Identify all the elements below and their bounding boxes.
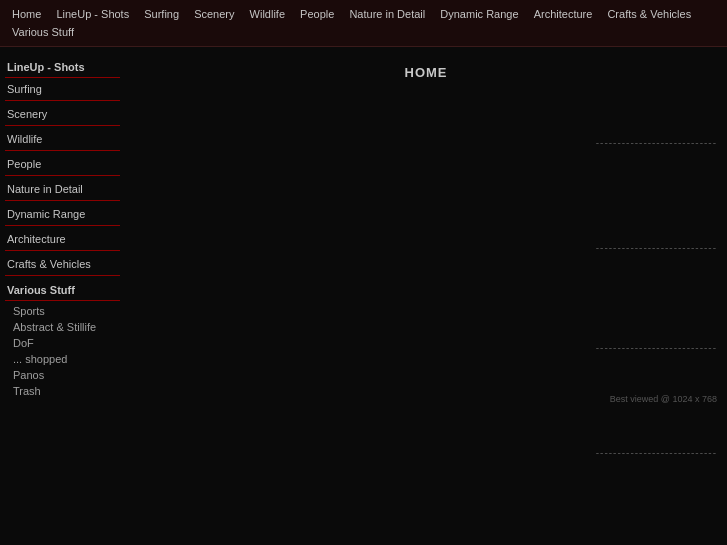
nav-sep-7 bbox=[431, 6, 434, 22]
nav-surfing[interactable]: Surfing bbox=[140, 6, 183, 22]
nav-sep-4 bbox=[241, 6, 244, 22]
nav-sep-5 bbox=[291, 6, 294, 22]
sidebar-divider-dynamic bbox=[5, 225, 120, 226]
sidebar-divider-crafts bbox=[5, 275, 120, 276]
nav-home[interactable]: Home bbox=[8, 6, 45, 22]
sidebar-divider-surfing bbox=[5, 100, 120, 101]
top-navigation: Home LineUp - Shots Surfing Scenery Wild… bbox=[0, 0, 727, 47]
dashed-line-3: ---------------------------- bbox=[596, 342, 717, 353]
nav-sep-2 bbox=[135, 6, 138, 22]
sidebar-divider-wildlife bbox=[5, 150, 120, 151]
sidebar-sub-abstract-stillife[interactable]: Abstract & Stillife bbox=[5, 319, 120, 335]
nav-crafts-vehicles[interactable]: Crafts & Vehicles bbox=[603, 6, 695, 22]
main-layout: LineUp - Shots Surfing Scenery Wildlife … bbox=[0, 47, 727, 409]
nav-various-stuff[interactable]: Various Stuff bbox=[8, 24, 78, 40]
sidebar-divider-scenery bbox=[5, 125, 120, 126]
nav-dynamic-range[interactable]: Dynamic Range bbox=[436, 6, 522, 22]
nav-sep-8 bbox=[525, 6, 528, 22]
sidebar: LineUp - Shots Surfing Scenery Wildlife … bbox=[0, 47, 125, 409]
nav-nature-in-detail[interactable]: Nature in Detail bbox=[345, 6, 429, 22]
sidebar-item-lineup-shots[interactable]: LineUp - Shots bbox=[5, 57, 120, 78]
sidebar-item-dynamic-range[interactable]: Dynamic Range bbox=[5, 205, 120, 223]
dashed-line-2: ---------------------------- bbox=[596, 242, 717, 253]
sidebar-item-various-stuff[interactable]: Various Stuff bbox=[5, 280, 120, 301]
main-content: HOME ---------------------------- ------… bbox=[125, 47, 727, 409]
dashed-line-4: ---------------------------- bbox=[596, 447, 717, 458]
sidebar-item-architecture[interactable]: Architecture bbox=[5, 230, 120, 248]
dashed-line-1: ---------------------------- bbox=[596, 137, 717, 148]
nav-sep-3 bbox=[185, 6, 188, 22]
sidebar-item-scenery[interactable]: Scenery bbox=[5, 105, 120, 123]
nav-sep-6 bbox=[340, 6, 343, 22]
nav-lineup-shots[interactable]: LineUp - Shots bbox=[52, 6, 133, 22]
bottom-resolution-text: Best viewed @ 1024 x 768 bbox=[610, 394, 717, 404]
sidebar-item-nature-in-detail[interactable]: Nature in Detail bbox=[5, 180, 120, 198]
nav-wildlife[interactable]: Wildlife bbox=[246, 6, 289, 22]
sidebar-sub-panos[interactable]: Panos bbox=[5, 367, 120, 383]
sidebar-divider-people bbox=[5, 175, 120, 176]
nav-sep-10 bbox=[697, 6, 700, 22]
nav-sep-1 bbox=[47, 6, 50, 22]
sidebar-sub-sports[interactable]: Sports bbox=[5, 303, 120, 319]
sidebar-item-crafts-vehicles[interactable]: Crafts & Vehicles bbox=[5, 255, 120, 273]
nav-sep-9 bbox=[598, 6, 601, 22]
sidebar-item-people[interactable]: People bbox=[5, 155, 120, 173]
sidebar-divider-architecture bbox=[5, 250, 120, 251]
nav-scenery[interactable]: Scenery bbox=[190, 6, 238, 22]
sidebar-item-surfing[interactable]: Surfing bbox=[5, 80, 120, 98]
sidebar-sub-trash[interactable]: Trash bbox=[5, 383, 120, 399]
sidebar-sub-dof[interactable]: DoF bbox=[5, 335, 120, 351]
page-title: HOME bbox=[140, 57, 712, 88]
nav-people[interactable]: People bbox=[296, 6, 338, 22]
nav-architecture[interactable]: Architecture bbox=[530, 6, 597, 22]
sidebar-sub-shopped[interactable]: ... shopped bbox=[5, 351, 120, 367]
sidebar-item-wildlife[interactable]: Wildlife bbox=[5, 130, 120, 148]
sidebar-divider-nature bbox=[5, 200, 120, 201]
